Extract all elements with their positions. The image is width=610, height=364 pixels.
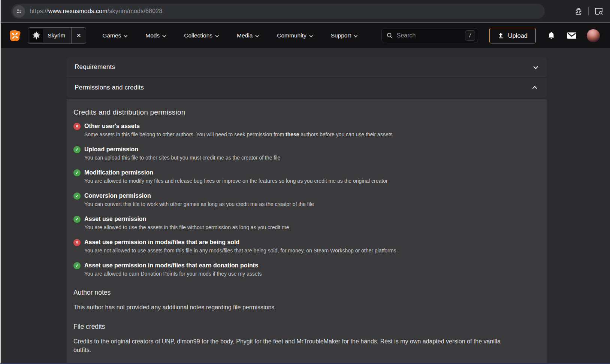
- url-host: www.nexusmods.com: [48, 8, 108, 14]
- site-navbar: Skyrim ✕ Games Mods Collections Media Co…: [1, 23, 610, 48]
- main-menu: Games Mods Collections Media Community S…: [93, 27, 366, 44]
- side-panel-search-icon[interactable]: [594, 7, 603, 16]
- toolbar-separator: [588, 7, 589, 15]
- allowed-icon: ✓: [73, 262, 81, 269]
- menu-item-games[interactable]: Games: [93, 27, 136, 44]
- menu-item-support[interactable]: Support: [321, 27, 366, 44]
- permission-desc: You are allowed to earn Donation Points …: [84, 270, 262, 277]
- author-notes-text: This author has not provided any additio…: [73, 303, 519, 312]
- permission-desc: You are allowed to use the assets in thi…: [84, 224, 289, 231]
- file-credits-text: Credits to the original creators of UNP,…: [73, 337, 519, 354]
- accordion-requirements[interactable]: Requirements: [67, 57, 547, 77]
- user-avatar[interactable]: [586, 29, 600, 43]
- messages-button[interactable]: [567, 31, 577, 40]
- search-box[interactable]: /: [381, 28, 478, 43]
- menu-label: Collections: [184, 32, 212, 39]
- tune-icon: [16, 8, 22, 14]
- url-text: https://www.nexusmods.com/skyrim/mods/68…: [30, 8, 163, 15]
- denied-icon: ✕: [73, 239, 81, 246]
- search-input[interactable]: [397, 32, 465, 39]
- permission-title: Conversion permission: [84, 192, 314, 200]
- permission-title: Other user's assets: [84, 122, 393, 130]
- permission-body: Upload permission You can upload this fi…: [84, 146, 280, 161]
- menu-label: Mods: [145, 32, 160, 39]
- notifications-button[interactable]: [547, 31, 556, 40]
- allowed-icon: ✓: [73, 192, 81, 200]
- menu-item-community[interactable]: Community: [268, 27, 321, 44]
- permission-title: Asset use permission in mods/files that …: [84, 239, 396, 246]
- skyrim-emblem-icon: [31, 31, 41, 40]
- url-scheme: https://: [30, 8, 48, 14]
- upload-icon: [498, 33, 504, 39]
- permission-item: ✓ Conversion permission You can convert …: [73, 192, 537, 208]
- skyrim-game-thumbnail: [30, 29, 43, 42]
- permission-title: Asset use permission: [84, 215, 289, 223]
- browser-window: https://www.nexusmods.com/skyrim/mods/68…: [0, 0, 610, 364]
- permission-item: ✓ Asset use permission You are allowed t…: [73, 215, 537, 231]
- permission-title: Modification permission: [84, 169, 388, 176]
- chevron-down-icon: [162, 33, 166, 37]
- permission-desc: You can upload this file to other sites …: [84, 154, 280, 161]
- menu-item-collections[interactable]: Collections: [175, 27, 227, 44]
- permission-body: Asset use permission in mods/files that …: [84, 239, 396, 254]
- menu-item-mods[interactable]: Mods: [136, 27, 175, 44]
- permission-item: ✓ Upload permission You can upload this …: [73, 146, 537, 161]
- chevron-down-icon: [124, 33, 128, 37]
- allowed-icon: ✓: [73, 169, 81, 176]
- menu-label: Games: [102, 32, 121, 39]
- permission-body: Asset use permission You are allowed to …: [84, 215, 289, 231]
- menu-label: Support: [331, 32, 351, 39]
- menu-label: Community: [277, 32, 306, 39]
- chevron-down-icon: [256, 33, 259, 37]
- permission-title: Asset use permission in mods/files that …: [84, 262, 262, 269]
- mail-icon: [567, 31, 577, 40]
- permission-desc: Some assets in this file belong to other…: [84, 131, 393, 138]
- permission-body: Other user's assets Some assets in this …: [84, 122, 393, 138]
- permission-body: Asset use permission in mods/files that …: [84, 262, 262, 277]
- browser-actions: [574, 7, 603, 16]
- permission-desc: You are allowed to modify my files and r…: [84, 178, 388, 185]
- page-content: Requirements Permissions and credits Cre…: [1, 48, 610, 364]
- chevron-down-icon: [309, 33, 313, 37]
- permissions-panel: Credits and distribution permission ✕ Ot…: [67, 99, 547, 364]
- mod-sections-accordion: Requirements Permissions and credits: [67, 57, 547, 98]
- permission-item: ✓ Modification permission You are allowe…: [73, 169, 537, 185]
- chevron-up-icon: [532, 86, 537, 91]
- upload-button[interactable]: Upload: [489, 28, 536, 43]
- url-path: /skyrim/mods/68028: [108, 8, 163, 14]
- permission-item: ✓ Asset use permission in mods/files tha…: [73, 262, 537, 277]
- active-game-tab[interactable]: Skyrim ✕: [28, 27, 86, 44]
- allowed-icon: ✓: [73, 216, 81, 223]
- site-settings-button[interactable]: [13, 5, 25, 18]
- close-game-tab-button[interactable]: ✕: [72, 27, 86, 44]
- menu-label: Media: [237, 32, 253, 39]
- allowed-icon: ✓: [73, 146, 81, 153]
- file-credits-heading: File credits: [73, 323, 537, 331]
- game-tab-label: Skyrim: [43, 32, 71, 39]
- address-bar[interactable]: https://www.nexusmods.com/skyrim/mods/68…: [11, 4, 545, 19]
- chevron-down-icon: [534, 64, 538, 69]
- bell-icon: [547, 31, 556, 40]
- denied-icon: ✕: [73, 123, 81, 130]
- author-notes-heading: Author notes: [73, 289, 537, 297]
- section-heading: Credits and distribution permission: [73, 108, 537, 116]
- accordion-permissions-and-credits[interactable]: Permissions and credits: [67, 78, 547, 98]
- permission-desc: You can convert this file to work with o…: [84, 201, 314, 208]
- browser-toolbar: https://www.nexusmods.com/skyrim/mods/68…: [1, 0, 610, 23]
- search-icon: [386, 32, 393, 39]
- menu-item-media[interactable]: Media: [227, 27, 268, 44]
- chevron-down-icon: [215, 33, 219, 37]
- permission-item: ✕ Other user's assets Some assets in thi…: [73, 122, 537, 138]
- permission-body: Conversion permission You can convert th…: [84, 192, 314, 208]
- upload-label: Upload: [508, 32, 528, 39]
- accordion-title: Permissions and credits: [75, 84, 144, 91]
- accordion-title: Requirements: [75, 63, 115, 71]
- search-shortcut-key: /: [465, 30, 475, 41]
- permission-title: Upload permission: [84, 146, 280, 153]
- nexus-mods-logo[interactable]: [9, 30, 21, 42]
- permission-item: ✕ Asset use permission in mods/files tha…: [73, 239, 537, 254]
- extensions-icon[interactable]: [574, 7, 583, 16]
- chevron-down-icon: [354, 33, 357, 37]
- mod-info-column: Requirements Permissions and credits Cre…: [67, 57, 547, 364]
- permission-desc: You are not allowed to use assets from t…: [84, 247, 396, 254]
